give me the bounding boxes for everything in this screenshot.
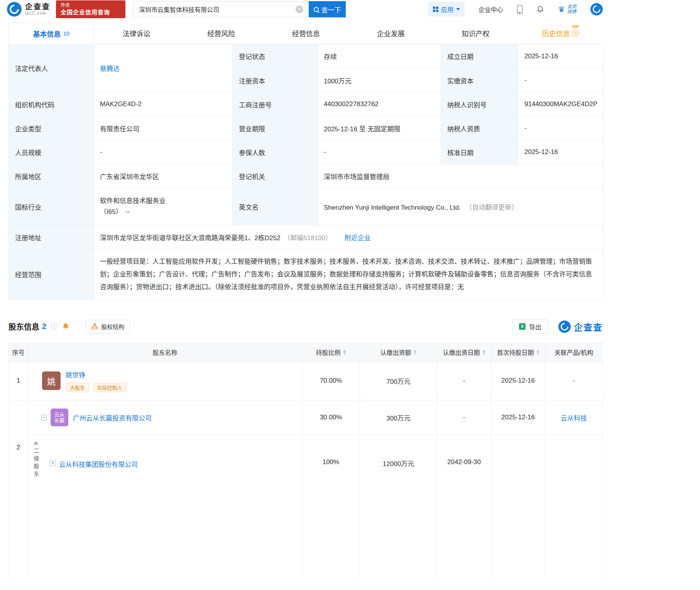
insured-count-label: 参保人数	[233, 140, 318, 164]
row2-ratio: 30.00%	[302, 400, 360, 435]
org-code-label: 组织机构代码	[9, 92, 94, 116]
shareholder-section-header: 股东信息 2 i 股权结构 X 导出 企查查	[8, 318, 603, 335]
equity-structure-button[interactable]: 股权结构	[86, 320, 130, 334]
avatar-line1: 云从	[54, 412, 64, 417]
subscribe-bell-icon[interactable]	[62, 323, 69, 330]
english-name-label: 英文名	[233, 188, 318, 225]
shareholder-name-link[interactable]: 广州云从长赢投资有限公司	[73, 413, 152, 422]
clear-icon[interactable]: ×	[296, 5, 303, 13]
qcc-logo-text: 企查查 QCC.com	[25, 3, 51, 16]
notification-bell-icon[interactable]	[536, 5, 544, 13]
search-button[interactable]: 查一下	[309, 1, 346, 17]
industry-line1: 软件和信息技术服务业	[100, 196, 226, 207]
address-text: 深圳市龙华区龙华街道华联社区大浪南路海荣豪苑1、2栋D252	[100, 234, 281, 242]
sort-icon[interactable]	[343, 350, 346, 354]
row1-ratio: 70.00%	[302, 362, 360, 400]
col-amount[interactable]: 认缴出资额	[360, 343, 437, 361]
header-right-nav: 应用 企业中心 ♛ 会员 续费	[428, 2, 700, 17]
child-ratio: 100%	[302, 435, 360, 578]
industry-value: 软件和信息技术服务业 （I65）	[94, 188, 233, 225]
insured-count-value: -	[318, 140, 441, 164]
apps-grid-icon	[433, 7, 438, 12]
logo-en: QCC.com	[25, 11, 51, 15]
row2-name-cell: − 云从 长赢 广州云从长赢投资有限公司	[28, 400, 302, 435]
col-name: 股东名称	[28, 343, 302, 361]
nav-apps[interactable]: 应用	[428, 2, 465, 17]
tab-intellectual-property[interactable]: 知识产权	[433, 22, 518, 44]
col-ratio[interactable]: 持股比例	[302, 343, 360, 361]
collapse-triangle-icon[interactable]	[34, 441, 38, 444]
row2-parent-subrow: − 云从 长赢 广州云从长赢投资有限公司 30.00% 300万元 - 2025…	[28, 400, 602, 435]
row2-related: 云从科技	[545, 400, 602, 435]
search-input[interactable]	[133, 1, 309, 17]
tab-history-info[interactable]: 历史信息 VIP	[518, 22, 603, 44]
actual-controller-tag: 实际控制人	[93, 383, 127, 392]
staff-size-value: -	[94, 140, 233, 164]
nav-enterprise-center[interactable]: 企业中心	[479, 5, 503, 14]
company-type-value: 有限责任公司	[94, 116, 233, 140]
mobile-app-icon[interactable]	[517, 5, 522, 14]
col-amount-label: 认缴出资额	[380, 348, 411, 357]
collapse-minus-icon[interactable]: −	[41, 415, 47, 420]
tab-legal-litigation[interactable]: 法律诉讼	[94, 22, 179, 44]
legal-rep-link[interactable]: 蔡腾达	[100, 65, 120, 73]
expand-plus-icon[interactable]: +	[50, 460, 56, 466]
shareholder-name-link[interactable]: 姚世铮	[66, 370, 85, 379]
english-name-value: Shenzhen Yunji Intelligent Technology Co…	[318, 188, 603, 225]
taxpayer-id-label: 纳税人识别号	[441, 92, 518, 116]
child-first-date	[491, 435, 545, 578]
sort-icon[interactable]	[482, 350, 485, 354]
vip-renew[interactable]: ♛ 会员 续费	[558, 4, 577, 14]
tab-business-info[interactable]: 经营信息	[264, 22, 348, 44]
info-icon[interactable]: i	[51, 323, 57, 330]
col-related: 关联产品/机构	[545, 343, 602, 361]
sort-icon[interactable]	[536, 350, 539, 354]
row1-no: 1	[9, 362, 28, 400]
search-icon	[314, 7, 319, 12]
chevron-down-icon[interactable]	[125, 210, 130, 214]
reg-capital-label: 注册资本	[233, 68, 318, 92]
nearby-companies-link[interactable]: 附近企业	[345, 234, 371, 242]
qcc-logo[interactable]: 企查查 QCC.com	[7, 2, 51, 17]
row2-amount: 300万元	[360, 400, 437, 435]
avatar: 云从 长赢	[51, 409, 68, 426]
shareholder-row-1: 1 姚 姚世铮 大股东 实际控制人 70.00% 700万元 - 2025-12…	[9, 362, 602, 400]
basic-info-table: 法定代表人 蔡腾达 登记状态 存续 成立日期 2025-12-16 注册资本 1…	[8, 44, 603, 300]
related-product-link[interactable]: 云从科技	[561, 413, 587, 422]
user-avatar[interactable]	[590, 3, 603, 15]
child-name-cell: + 云从科技集团股份有限公司	[44, 435, 302, 578]
shareholder-title: 股东信息	[8, 321, 39, 332]
col-sub-date[interactable]: 认缴出资日期	[437, 343, 491, 361]
tab-basic-info[interactable]: 基本信息 10	[8, 22, 94, 44]
tab-company-development[interactable]: 企业发展	[348, 22, 433, 44]
company-type-label: 企业类型	[9, 116, 94, 140]
row1-name-cell: 姚 姚世铮 大股东 实际控制人	[28, 362, 302, 400]
tab-intellectual-property-label: 知识产权	[462, 28, 489, 38]
org-chart-icon	[91, 323, 98, 330]
approval-date-label: 核准日期	[441, 140, 518, 164]
sort-icon[interactable]	[414, 350, 417, 354]
region-label: 所属地区	[9, 164, 94, 188]
industry-line2: （I65）	[100, 207, 122, 217]
auto-translate-note[interactable]: （自动翻译更新）	[465, 204, 518, 211]
tab-business-info-label: 经营信息	[292, 28, 320, 38]
col-first-date[interactable]: 首次持股日期	[491, 343, 545, 361]
tab-basic-info-label: 基本信息	[33, 29, 61, 39]
vip-renew-label: 会员 续费	[567, 4, 577, 14]
equity-structure-label: 股权结构	[101, 322, 124, 331]
child-shareholder-name-link[interactable]: 云从科技集团股份有限公司	[59, 459, 138, 469]
child-amount: 12000万元	[360, 435, 437, 578]
tier-label: 二级股东	[33, 448, 39, 479]
paid-capital-label: 实缴资本	[441, 68, 518, 92]
reg-status-value: 存续	[318, 44, 441, 68]
row2-first-date: 2025-12-16	[491, 400, 545, 435]
biz-term-value: 2025-12-16 至 无固定期限	[318, 116, 441, 140]
export-button[interactable]: X 导出	[512, 319, 548, 334]
tab-business-risk[interactable]: 经营风险	[179, 22, 264, 44]
shareholder-table-header: 序号 股东名称 持股比例 认缴出资额 认缴出资日期 首次持股日期 关联产品/机构	[9, 343, 602, 362]
staff-size-label: 人员规模	[9, 140, 94, 164]
avatar: 姚	[42, 371, 61, 390]
col-ratio-label: 持股比例	[316, 348, 340, 357]
col-sub-date-label: 认缴出资日期	[443, 348, 480, 357]
establish-date-value: 2025-12-16	[518, 44, 603, 68]
